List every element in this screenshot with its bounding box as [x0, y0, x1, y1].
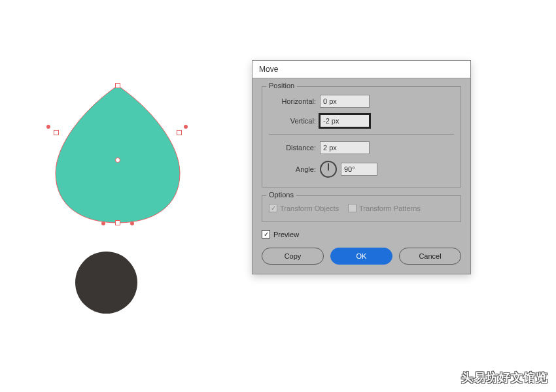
- transform-patterns-label: Transform Patterns: [359, 204, 421, 212]
- bezier-handle[interactable]: [130, 221, 134, 225]
- options-legend: Options: [266, 191, 296, 199]
- vertical-input[interactable]: [320, 114, 370, 127]
- anchor-point[interactable]: [177, 130, 182, 135]
- ok-button[interactable]: OK: [330, 248, 392, 265]
- position-legend: Position: [266, 82, 297, 90]
- distance-label: Distance:: [269, 144, 316, 152]
- transform-objects-checkbox: Transform Objects: [269, 204, 339, 212]
- horizontal-input[interactable]: [320, 95, 370, 108]
- horizontal-label: Horizontal:: [269, 97, 316, 105]
- bezier-handle[interactable]: [184, 125, 188, 129]
- bezier-handle[interactable]: [101, 221, 105, 225]
- vector-canvas[interactable]: [49, 82, 206, 317]
- preview-label: Preview: [273, 231, 299, 238]
- vertical-label: Vertical:: [269, 117, 316, 125]
- cancel-button[interactable]: Cancel: [399, 248, 461, 265]
- anchor-point[interactable]: [54, 130, 59, 135]
- circle-shape[interactable]: [75, 252, 137, 314]
- move-dialog: Move Position Horizontal: Vertical: Dist…: [252, 60, 471, 274]
- center-point[interactable]: [115, 157, 120, 163]
- watermark-text: 头易坊好文馆览: [461, 370, 548, 385]
- copy-button[interactable]: Copy: [262, 248, 324, 265]
- transform-patterns-checkbox: Transform Patterns: [348, 204, 421, 212]
- options-fieldset: Options Transform Objects Transform Patt…: [262, 195, 461, 222]
- dialog-titlebar[interactable]: Move: [252, 61, 470, 78]
- checkbox-icon: [269, 204, 277, 212]
- angle-input[interactable]: [341, 163, 377, 176]
- drop-shape-selected[interactable]: [49, 82, 186, 225]
- divider: [269, 134, 454, 135]
- button-row: Copy OK Cancel: [262, 248, 461, 265]
- bezier-handle[interactable]: [46, 125, 50, 129]
- anchor-point[interactable]: [115, 83, 120, 88]
- position-fieldset: Position Horizontal: Vertical: Distance:…: [262, 86, 461, 188]
- checkbox-icon: [262, 230, 270, 238]
- drop-path[interactable]: [56, 86, 180, 223]
- preview-checkbox[interactable]: Preview: [262, 230, 461, 238]
- checkbox-icon: [348, 204, 356, 212]
- angle-label: Angle:: [269, 165, 316, 173]
- dialog-title: Move: [259, 65, 278, 74]
- anchor-point[interactable]: [115, 220, 120, 225]
- angle-dial[interactable]: [320, 161, 337, 178]
- distance-input[interactable]: [320, 141, 370, 154]
- transform-objects-label: Transform Objects: [280, 204, 339, 212]
